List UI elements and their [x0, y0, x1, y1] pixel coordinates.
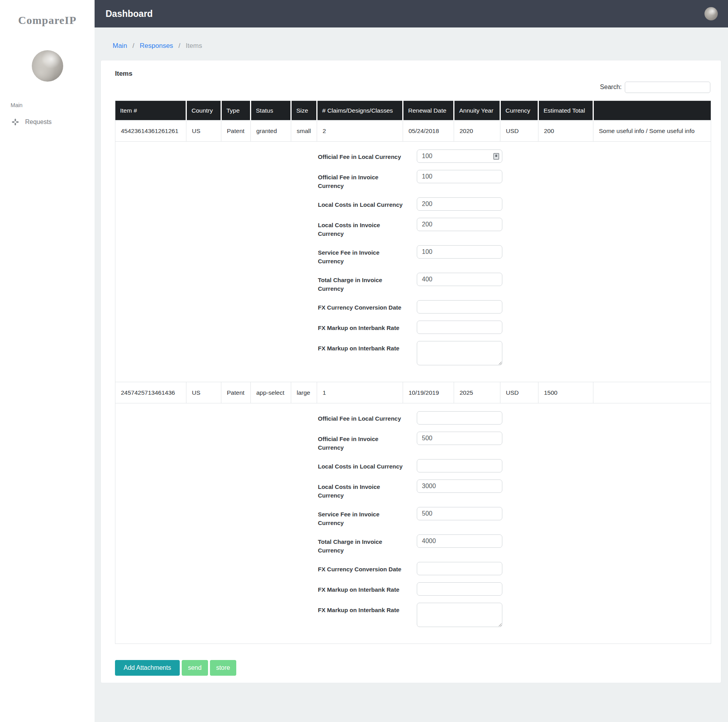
- form-input[interactable]: [417, 245, 502, 259]
- form-control-wrap: [417, 150, 502, 163]
- col-header-claims: # Claims/Designs/Classes: [317, 101, 403, 120]
- col-header-annuity-year: Annuity Year: [454, 101, 500, 120]
- form-field-label: Total Charge in Invoice Currency: [318, 273, 403, 293]
- form-field-label: Local Costs in Local Currency: [318, 459, 403, 472]
- col-header-size: Size: [291, 101, 317, 120]
- search-label: Search:: [600, 84, 622, 91]
- form-input[interactable]: [417, 480, 502, 493]
- form-field-label: Local Costs in Invoice Currency: [318, 480, 403, 500]
- top-header-bar: Dashboard: [95, 0, 728, 27]
- cell-currency: USD: [500, 120, 538, 142]
- cell-country: US: [186, 382, 221, 403]
- form-group: Official Fee in Local Currency: [318, 150, 711, 163]
- cell-renewal-date: 10/19/2019: [403, 382, 454, 403]
- cell-currency: USD: [500, 382, 538, 403]
- action-buttons: Add Attachments send store: [115, 660, 710, 676]
- form-field-label: Official Fee in Invoice Currency: [318, 170, 403, 190]
- form-input[interactable]: [417, 170, 502, 183]
- cell-item: 45423614361261261: [115, 120, 186, 142]
- send-button[interactable]: send: [182, 660, 208, 676]
- sidebar-section-label: Main: [11, 102, 95, 108]
- add-attachments-button[interactable]: Add Attachments: [115, 660, 180, 676]
- form-input[interactable]: [417, 411, 502, 425]
- form-textarea[interactable]: [417, 341, 502, 365]
- table-row[interactable]: 2457425713461436USPatentapp-selectlarge1…: [115, 382, 711, 403]
- form-input[interactable]: [417, 534, 502, 548]
- expanded-form-row: Official Fee in Local CurrencyOfficial F…: [115, 142, 711, 382]
- form-input[interactable]: [417, 507, 502, 520]
- form-group: Local Costs in Local Currency: [318, 459, 711, 472]
- form-control-wrap: [417, 170, 502, 190]
- number-spinner-icon[interactable]: [493, 153, 499, 160]
- form-input[interactable]: [417, 582, 502, 596]
- expanded-form-row: Official Fee in Local CurrencyOfficial F…: [115, 403, 711, 644]
- col-header-currency: Currency: [500, 101, 538, 120]
- form-control-wrap: [417, 411, 502, 425]
- form-input[interactable]: [417, 218, 502, 231]
- form-input[interactable]: [417, 562, 502, 575]
- form-group: FX Markup on Interbank Rate: [318, 341, 711, 367]
- form-group: Service Fee in Invoice Currency: [318, 507, 711, 527]
- sidebar-item-requests[interactable]: Requests: [12, 119, 95, 126]
- breadcrumb-link-main[interactable]: Main: [113, 42, 127, 49]
- cell-type: Patent: [221, 382, 251, 403]
- table-header: Item # Country Type Status Size # Claims…: [115, 101, 711, 120]
- form-textarea[interactable]: [417, 603, 502, 627]
- form-group: FX Markup on Interbank Rate: [318, 603, 711, 629]
- form-group: Official Fee in Local Currency: [318, 411, 711, 425]
- search-input[interactable]: [625, 82, 710, 93]
- form-group: Total Charge in Invoice Currency: [318, 273, 711, 293]
- app-root: CompareIP Main Requests Dashboard Main /…: [0, 0, 728, 722]
- breadcrumb-separator: /: [179, 42, 181, 49]
- form-field-label: Official Fee in Local Currency: [318, 411, 403, 425]
- form-control-wrap: [417, 507, 502, 527]
- form-field-label: FX Currency Conversion Date: [318, 300, 403, 314]
- form-field-label: Local Costs in Local Currency: [318, 197, 403, 211]
- content-area: Main / Responses / Items Items Search:: [95, 27, 728, 683]
- form-control-wrap: [417, 300, 502, 314]
- breadcrumb-link-responses[interactable]: Responses: [140, 42, 173, 49]
- col-header-info: [593, 101, 711, 120]
- form-group: Local Costs in Invoice Currency: [318, 480, 711, 500]
- form-group: Local Costs in Invoice Currency: [318, 218, 711, 238]
- form-control-wrap: [417, 321, 502, 334]
- form-input[interactable]: [417, 150, 502, 163]
- form-input[interactable]: [417, 432, 502, 445]
- breadcrumb-separator: /: [133, 42, 135, 49]
- search-row: Search:: [115, 81, 710, 93]
- sidebar-item-label: Requests: [25, 119, 52, 126]
- form-control-wrap: [417, 341, 502, 367]
- col-header-estimated-total: Estimated Total: [538, 101, 593, 120]
- form-field-label: FX Markup on Interbank Rate: [318, 582, 403, 596]
- cell-estimated-total: 200: [538, 120, 593, 142]
- form-input[interactable]: [417, 197, 502, 211]
- form-input[interactable]: [417, 300, 502, 314]
- cell-annuity-year: 2020: [454, 120, 500, 142]
- form-field-label: Service Fee in Invoice Currency: [318, 507, 403, 527]
- breadcrumb: Main / Responses / Items: [113, 42, 721, 50]
- form-input[interactable]: [417, 273, 502, 286]
- form-input[interactable]: [417, 459, 502, 472]
- cell-item: 2457425713461436: [115, 382, 186, 403]
- panel-title: Items: [115, 70, 710, 78]
- cell-size: large: [291, 382, 317, 403]
- form-control-wrap: [417, 218, 502, 238]
- form-control-wrap: [417, 273, 502, 293]
- form-group: FX Markup on Interbank Rate: [318, 321, 711, 334]
- cell-claims: 1: [317, 382, 403, 403]
- col-header-renewal-date: Renewal Date: [403, 101, 454, 120]
- sidebar-avatar: [32, 50, 63, 82]
- form-control-wrap: [417, 245, 502, 266]
- form-control-wrap: [417, 480, 502, 500]
- store-button[interactable]: store: [210, 660, 237, 676]
- user-avatar[interactable]: [704, 7, 718, 20]
- form-input[interactable]: [417, 321, 502, 334]
- col-header-country: Country: [186, 101, 221, 120]
- form-group: Service Fee in Invoice Currency: [318, 245, 711, 266]
- form-field-label: FX Markup on Interbank Rate: [318, 341, 403, 367]
- form-control-wrap: [417, 582, 502, 596]
- form-field-label: Local Costs in Invoice Currency: [318, 218, 403, 238]
- table-row[interactable]: 45423614361261261USPatentgrantedsmall205…: [115, 120, 711, 142]
- form-group: FX Markup on Interbank Rate: [318, 582, 711, 596]
- form-group: Local Costs in Local Currency: [318, 197, 711, 211]
